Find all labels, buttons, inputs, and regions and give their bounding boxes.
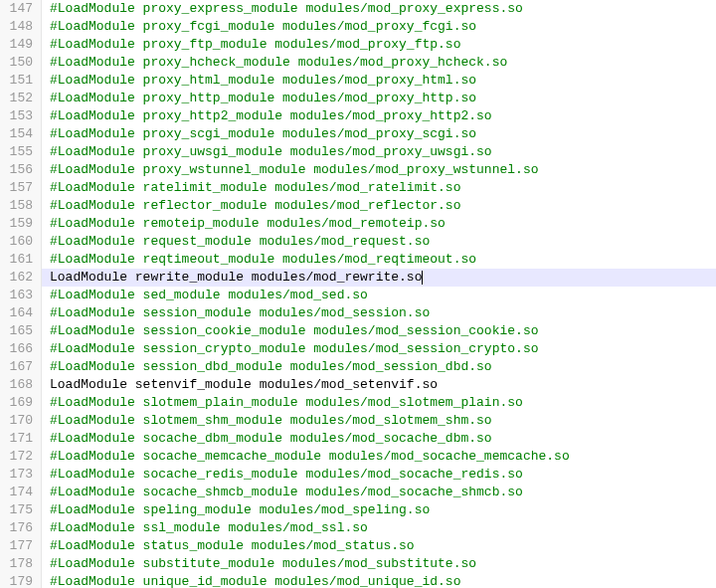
code-line[interactable]: 174#LoadModule socache_shmcb_module modu… bbox=[0, 484, 716, 501]
line-number: 154 bbox=[0, 125, 42, 143]
active-directive[interactable]: LoadModule setenvif_module modules/mod_s… bbox=[42, 376, 716, 394]
code-line[interactable]: 152#LoadModule proxy_http_module modules… bbox=[0, 90, 716, 107]
commented-directive[interactable]: #LoadModule session_module modules/mod_s… bbox=[42, 304, 716, 322]
code-line[interactable]: 159#LoadModule remoteip_module modules/m… bbox=[0, 215, 716, 233]
line-number: 169 bbox=[0, 394, 42, 412]
line-number: 174 bbox=[0, 484, 42, 501]
commented-directive[interactable]: #LoadModule session_crypto_module module… bbox=[42, 340, 716, 358]
code-line[interactable]: 170#LoadModule slotmem_shm_module module… bbox=[0, 412, 716, 430]
code-line[interactable]: 179#LoadModule unique_id_module modules/… bbox=[0, 573, 716, 588]
text-caret bbox=[422, 271, 423, 285]
code-line[interactable]: 148#LoadModule proxy_fcgi_module modules… bbox=[0, 18, 716, 36]
code-line[interactable]: 175#LoadModule speling_module modules/mo… bbox=[0, 501, 716, 519]
commented-directive[interactable]: #LoadModule socache_redis_module modules… bbox=[42, 466, 716, 484]
code-line[interactable]: 166#LoadModule session_crypto_module mod… bbox=[0, 340, 716, 358]
code-line[interactable]: 161#LoadModule reqtimeout_module modules… bbox=[0, 251, 716, 269]
commented-directive[interactable]: #LoadModule proxy_uwsgi_module modules/m… bbox=[42, 143, 716, 161]
code-line[interactable]: 168LoadModule setenvif_module modules/mo… bbox=[0, 376, 716, 394]
line-number: 157 bbox=[0, 179, 42, 197]
commented-directive[interactable]: #LoadModule proxy_html_module modules/mo… bbox=[42, 72, 716, 90]
code-line[interactable]: 154#LoadModule proxy_scgi_module modules… bbox=[0, 125, 716, 143]
code-line[interactable]: 163#LoadModule sed_module modules/mod_se… bbox=[0, 287, 716, 304]
code-line[interactable]: 169#LoadModule slotmem_plain_module modu… bbox=[0, 394, 716, 412]
line-number: 170 bbox=[0, 412, 42, 430]
line-number: 159 bbox=[0, 215, 42, 233]
commented-directive[interactable]: #LoadModule reqtimeout_module modules/mo… bbox=[42, 251, 716, 269]
code-line[interactable]: 173#LoadModule socache_redis_module modu… bbox=[0, 466, 716, 484]
code-line[interactable]: 164#LoadModule session_module modules/mo… bbox=[0, 304, 716, 322]
code-line[interactable]: 167#LoadModule session_dbd_module module… bbox=[0, 358, 716, 376]
line-number: 160 bbox=[0, 233, 42, 251]
line-number: 172 bbox=[0, 448, 42, 466]
commented-directive[interactable]: #LoadModule ssl_module modules/mod_ssl.s… bbox=[42, 519, 716, 537]
commented-directive[interactable]: #LoadModule proxy_fcgi_module modules/mo… bbox=[42, 18, 716, 36]
line-number: 168 bbox=[0, 376, 42, 394]
code-line[interactable]: 147#LoadModule proxy_express_module modu… bbox=[0, 0, 716, 18]
line-number: 178 bbox=[0, 555, 42, 573]
line-number: 150 bbox=[0, 54, 42, 72]
line-number: 156 bbox=[0, 161, 42, 179]
line-number: 175 bbox=[0, 501, 42, 519]
code-line[interactable]: 150#LoadModule proxy_hcheck_module modul… bbox=[0, 54, 716, 72]
code-line[interactable]: 153#LoadModule proxy_http2_module module… bbox=[0, 107, 716, 125]
code-line[interactable]: 178#LoadModule substitute_module modules… bbox=[0, 555, 716, 573]
line-number: 148 bbox=[0, 18, 42, 36]
commented-directive[interactable]: #LoadModule session_dbd_module modules/m… bbox=[42, 358, 716, 376]
line-number: 158 bbox=[0, 197, 42, 215]
line-number: 177 bbox=[0, 537, 42, 555]
line-number: 179 bbox=[0, 573, 42, 588]
line-number: 151 bbox=[0, 72, 42, 90]
commented-directive[interactable]: #LoadModule ratelimit_module modules/mod… bbox=[42, 179, 716, 197]
code-editor[interactable]: 147#LoadModule proxy_express_module modu… bbox=[0, 0, 716, 588]
code-line[interactable]: 177#LoadModule status_module modules/mod… bbox=[0, 537, 716, 555]
code-line[interactable]: 172#LoadModule socache_memcache_module m… bbox=[0, 448, 716, 466]
commented-directive[interactable]: #LoadModule unique_id_module modules/mod… bbox=[42, 573, 716, 588]
active-directive[interactable]: LoadModule rewrite_module modules/mod_re… bbox=[42, 269, 716, 287]
code-line[interactable]: 160#LoadModule request_module modules/mo… bbox=[0, 233, 716, 251]
commented-directive[interactable]: #LoadModule speling_module modules/mod_s… bbox=[42, 501, 716, 519]
commented-directive[interactable]: #LoadModule status_module modules/mod_st… bbox=[42, 537, 716, 555]
commented-directive[interactable]: #LoadModule proxy_http2_module modules/m… bbox=[42, 107, 716, 125]
commented-directive[interactable]: #LoadModule sed_module modules/mod_sed.s… bbox=[42, 287, 716, 304]
line-number: 162 bbox=[0, 269, 42, 287]
commented-directive[interactable]: #LoadModule proxy_express_module modules… bbox=[42, 0, 716, 18]
commented-directive[interactable]: #LoadModule session_cookie_module module… bbox=[42, 322, 716, 340]
code-line[interactable]: 151#LoadModule proxy_html_module modules… bbox=[0, 72, 716, 90]
code-line[interactable]: 157#LoadModule ratelimit_module modules/… bbox=[0, 179, 716, 197]
line-number: 166 bbox=[0, 340, 42, 358]
code-line[interactable]: 176#LoadModule ssl_module modules/mod_ss… bbox=[0, 519, 716, 537]
line-number: 167 bbox=[0, 358, 42, 376]
commented-directive[interactable]: #LoadModule proxy_http_module modules/mo… bbox=[42, 90, 716, 107]
line-number: 163 bbox=[0, 287, 42, 304]
line-number: 155 bbox=[0, 143, 42, 161]
line-number: 171 bbox=[0, 430, 42, 448]
code-line[interactable]: 162LoadModule rewrite_module modules/mod… bbox=[0, 269, 716, 287]
line-number: 152 bbox=[0, 90, 42, 107]
code-line[interactable]: 171#LoadModule socache_dbm_module module… bbox=[0, 430, 716, 448]
commented-directive[interactable]: #LoadModule reflector_module modules/mod… bbox=[42, 197, 716, 215]
commented-directive[interactable]: #LoadModule proxy_scgi_module modules/mo… bbox=[42, 125, 716, 143]
commented-directive[interactable]: #LoadModule remoteip_module modules/mod_… bbox=[42, 215, 716, 233]
line-number: 165 bbox=[0, 322, 42, 340]
commented-directive[interactable]: #LoadModule proxy_ftp_module modules/mod… bbox=[42, 36, 716, 54]
commented-directive[interactable]: #LoadModule slotmem_plain_module modules… bbox=[42, 394, 716, 412]
code-line[interactable]: 149#LoadModule proxy_ftp_module modules/… bbox=[0, 36, 716, 54]
commented-directive[interactable]: #LoadModule proxy_hcheck_module modules/… bbox=[42, 54, 716, 72]
line-number: 164 bbox=[0, 304, 42, 322]
commented-directive[interactable]: #LoadModule socache_shmcb_module modules… bbox=[42, 484, 716, 501]
commented-directive[interactable]: #LoadModule request_module modules/mod_r… bbox=[42, 233, 716, 251]
commented-directive[interactable]: #LoadModule socache_dbm_module modules/m… bbox=[42, 430, 716, 448]
line-number: 173 bbox=[0, 466, 42, 484]
line-number: 147 bbox=[0, 0, 42, 18]
code-line[interactable]: 155#LoadModule proxy_uwsgi_module module… bbox=[0, 143, 716, 161]
line-number: 176 bbox=[0, 519, 42, 537]
commented-directive[interactable]: #LoadModule substitute_module modules/mo… bbox=[42, 555, 716, 573]
line-number: 161 bbox=[0, 251, 42, 269]
commented-directive[interactable]: #LoadModule socache_memcache_module modu… bbox=[42, 448, 716, 466]
code-line[interactable]: 158#LoadModule reflector_module modules/… bbox=[0, 197, 716, 215]
line-number: 153 bbox=[0, 107, 42, 125]
commented-directive[interactable]: #LoadModule proxy_wstunnel_module module… bbox=[42, 161, 716, 179]
commented-directive[interactable]: #LoadModule slotmem_shm_module modules/m… bbox=[42, 412, 716, 430]
code-line[interactable]: 156#LoadModule proxy_wstunnel_module mod… bbox=[0, 161, 716, 179]
code-line[interactable]: 165#LoadModule session_cookie_module mod… bbox=[0, 322, 716, 340]
